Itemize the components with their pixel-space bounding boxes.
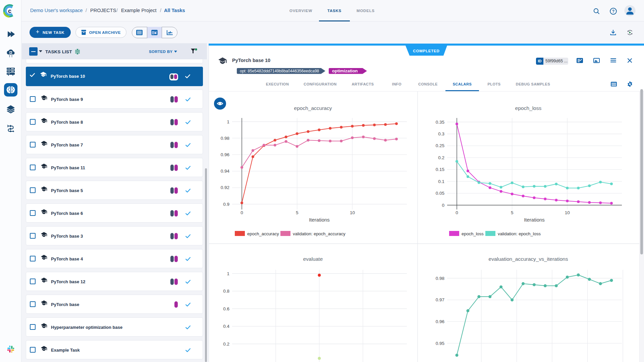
svg-text:COMPLETED: COMPLETED: [413, 49, 439, 53]
svg-text:1: 1: [227, 271, 229, 276]
svg-text:0: 0: [442, 203, 444, 208]
svg-text:evaluation_accuracy_vs_iterati: evaluation_accuracy_vs_iterations: [489, 256, 568, 262]
svg-text:0.96: 0.96: [221, 152, 229, 157]
svg-text:0.98: 0.98: [436, 276, 444, 281]
svg-text:10: 10: [565, 210, 570, 215]
svg-text:0.95: 0.95: [436, 341, 444, 346]
svg-text:c: c: [8, 8, 11, 14]
svg-text:0.94: 0.94: [221, 169, 230, 174]
svg-text:0: 0: [240, 210, 243, 215]
svg-text:0.05: 0.05: [436, 191, 444, 196]
svg-text:epoch_accuracy: epoch_accuracy: [247, 231, 279, 236]
svg-text:epoch_loss: epoch_loss: [462, 231, 484, 236]
svg-text:optimization: optimization: [332, 68, 358, 73]
svg-text:1: 1: [227, 119, 229, 124]
svg-text:0: 0: [455, 210, 458, 215]
svg-text:5: 5: [296, 210, 299, 215]
svg-text:Iterations: Iterations: [524, 217, 545, 223]
svg-text:0.97: 0.97: [436, 297, 444, 302]
svg-text:Iterations: Iterations: [309, 217, 330, 223]
svg-text:validation: epoch_accuracy: validation: epoch_accuracy: [293, 231, 345, 236]
svg-text:0.35: 0.35: [436, 120, 444, 125]
svg-text:evaluate: evaluate: [303, 256, 323, 262]
svg-text:opt: 85e5482ddd7149b8ba0446356: opt: 85e5482ddd7149b8ba0446356eedca98: [240, 69, 319, 73]
svg-text:0.92: 0.92: [221, 185, 229, 190]
svg-text:0.2: 0.2: [438, 155, 444, 160]
svg-text:0.96: 0.96: [436, 319, 444, 324]
svg-text:epoch_loss: epoch_loss: [515, 105, 542, 111]
svg-text:0.15: 0.15: [436, 167, 444, 172]
svg-text:0.6: 0.6: [223, 306, 229, 311]
svg-text:0.9: 0.9: [223, 202, 229, 207]
svg-text:5: 5: [511, 210, 514, 215]
svg-text:0.25: 0.25: [436, 143, 444, 148]
svg-text:?: ?: [612, 9, 614, 14]
svg-text:10: 10: [350, 210, 355, 215]
svg-text:0.2: 0.2: [223, 342, 229, 347]
svg-text:0.8: 0.8: [223, 289, 229, 294]
svg-text:epoch_accuracy: epoch_accuracy: [294, 105, 332, 111]
svg-text:0.1: 0.1: [438, 179, 444, 184]
svg-text:0.4: 0.4: [223, 324, 229, 329]
svg-text:0.3: 0.3: [438, 131, 444, 136]
svg-text:validation: epoch_loss: validation: epoch_loss: [498, 231, 541, 236]
svg-text:0.98: 0.98: [221, 136, 229, 141]
